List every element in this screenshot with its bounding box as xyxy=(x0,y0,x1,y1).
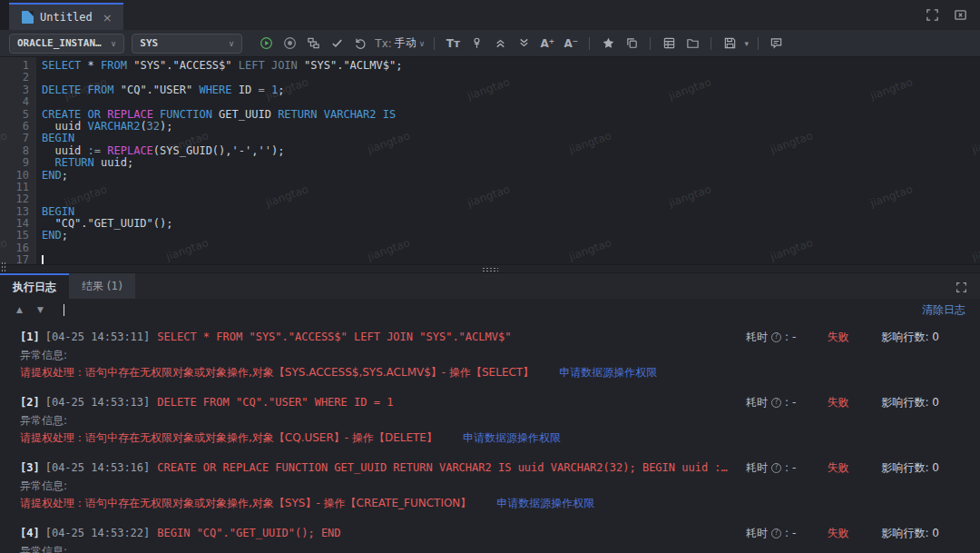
status-failed: 失败 xyxy=(827,395,848,410)
close-window-icon[interactable] xyxy=(954,8,967,25)
save-dropdown-caret[interactable]: ▾ xyxy=(744,39,749,48)
log-stats: 耗时 ? : -失败影响行数: 0 xyxy=(746,330,962,344)
apply-permission-link[interactable]: 申请数据源操作权限 xyxy=(559,366,657,379)
export-result-icon[interactable] xyxy=(660,35,678,53)
code-line[interactable]: RETURN uuid; xyxy=(42,157,980,169)
text-cursor xyxy=(64,304,64,316)
code-line[interactable]: BEGIN xyxy=(42,206,980,218)
panel-splitter[interactable] xyxy=(0,264,980,273)
schema-select[interactable]: SYS ∨ xyxy=(132,34,242,54)
line-number: 5 xyxy=(0,109,29,121)
code-line[interactable] xyxy=(42,254,980,264)
document-icon xyxy=(22,11,34,24)
stop-icon[interactable] xyxy=(280,35,299,53)
undo-icon[interactable] xyxy=(351,35,369,53)
expand-all-icon[interactable] xyxy=(514,35,533,53)
code-line[interactable]: BEGIN xyxy=(42,133,980,144)
log-index: [3] xyxy=(20,460,40,475)
tab-title: Untitled xyxy=(40,11,93,24)
duration-help-icon[interactable]: ? xyxy=(771,463,781,473)
code-line[interactable] xyxy=(42,72,980,84)
code-line[interactable]: END; xyxy=(42,170,980,182)
line-number: 16 xyxy=(0,242,29,254)
code-line[interactable] xyxy=(42,242,980,254)
code-line[interactable]: CREATE OR REPLACE FUNCTION GET_UUID RETU… xyxy=(42,109,980,121)
duration-label: 耗时 ? : - xyxy=(746,526,796,540)
font-increase-icon[interactable]: A⁺ xyxy=(538,35,556,53)
collapse-all-icon[interactable] xyxy=(491,35,509,53)
code-line[interactable]: uuid := REPLACE(SYS_GUID(),'-',''); xyxy=(42,145,980,157)
copy-icon[interactable] xyxy=(622,35,641,53)
exception-label: 异常信息: xyxy=(20,545,962,553)
line-number: 13 xyxy=(0,206,29,218)
clear-log-link[interactable]: 清除日志 xyxy=(922,302,965,318)
feedback-icon[interactable] xyxy=(768,35,786,53)
log-sql-text: DELETE FROM "CQ"."USER" WHERE ID = 1 xyxy=(157,395,733,410)
code-line[interactable] xyxy=(42,182,980,193)
log-entry: [3][04-25 14:53:16]CREATE OR REPLACE FUN… xyxy=(20,460,962,510)
line-number: 7 xyxy=(0,133,29,144)
line-number: 10 xyxy=(0,170,29,182)
folder-icon[interactable] xyxy=(683,35,701,53)
log-stats: 耗时 ? : -失败影响行数: 0 xyxy=(746,395,962,410)
sql-editor[interactable]: 1234567891011121314151617 SELECT * FROM … xyxy=(0,57,980,264)
code-line[interactable]: uuid VARCHAR2(32); xyxy=(42,121,980,133)
tab-untitled[interactable]: Untitled × xyxy=(9,3,123,30)
syntax-check-icon[interactable] xyxy=(328,35,346,53)
code-line[interactable]: END; xyxy=(42,230,980,242)
prev-log-icon[interactable]: ▲ xyxy=(16,305,23,314)
tab-result[interactable]: 结果 (1) xyxy=(69,273,135,299)
datasource-value: ORACLE_INSTAN… xyxy=(17,37,102,49)
line-number: 1 xyxy=(0,60,29,72)
editor-caret xyxy=(42,255,44,264)
toolbar-separator xyxy=(650,37,651,50)
exception-label: 异常信息: xyxy=(20,414,962,428)
code-line[interactable]: "CQ"."GET_UUID"(); xyxy=(42,218,980,230)
duration-label: 耗时 ? : - xyxy=(746,395,796,410)
log-list: [1][04-25 14:53:11]SELECT * FROM "SYS"."… xyxy=(0,321,980,553)
tab-execution-log[interactable]: 执行日志 xyxy=(0,273,69,299)
run-icon[interactable] xyxy=(257,35,275,53)
favorite-icon[interactable] xyxy=(599,35,617,53)
status-failed: 失败 xyxy=(827,330,848,344)
log-stats: 耗时 ? : -失败影响行数: 0 xyxy=(746,526,962,540)
save-icon[interactable] xyxy=(720,35,739,53)
close-tab-icon[interactable]: × xyxy=(103,11,113,25)
affected-rows: 影响行数: 0 xyxy=(881,460,939,475)
status-failed: 失败 xyxy=(827,526,848,540)
log-entry-header: [3][04-25 14:53:16]CREATE OR REPLACE FUN… xyxy=(20,460,962,475)
chevron-down-icon: ∨ xyxy=(111,39,117,48)
tx-mode-dropdown[interactable]: Tx: 手动 ∨ xyxy=(375,35,425,51)
duration-help-icon[interactable]: ? xyxy=(771,398,781,408)
code-line[interactable]: SELECT * FROM "SYS"."ACCESS$" LEFT JOIN … xyxy=(42,60,980,72)
font-decrease-icon[interactable]: A⁻ xyxy=(562,35,580,53)
code-line[interactable] xyxy=(42,193,980,205)
log-sql-text: CREATE OR REPLACE FUNCTION GET_UUID RETU… xyxy=(157,460,733,475)
panel-fullscreen-icon[interactable] xyxy=(956,280,967,297)
splitter-grip-icon[interactable] xyxy=(482,267,498,272)
line-number: 14 xyxy=(0,218,29,230)
code-lines[interactable]: SELECT * FROM "SYS"."ACCESS$" LEFT JOIN … xyxy=(36,57,980,264)
next-log-icon[interactable]: ▼ xyxy=(37,305,44,314)
tx-value: 手动 xyxy=(395,35,416,51)
format-sql-icon[interactable]: Tт xyxy=(444,35,462,53)
duration-help-icon[interactable]: ? xyxy=(771,528,781,538)
pin-icon[interactable] xyxy=(467,35,485,53)
sql-toolbar: ORACLE_INSTAN… ∨ SYS ∨ Tx: 手动 ∨ xyxy=(0,30,980,57)
explain-plan-icon[interactable] xyxy=(304,35,322,53)
code-line[interactable] xyxy=(42,96,980,108)
code-line[interactable]: DELETE FROM "CQ"."USER" WHERE ID = 1; xyxy=(42,84,980,96)
datasource-select[interactable]: ORACLE_INSTAN… ∨ xyxy=(9,34,124,54)
line-number: 4 xyxy=(0,96,29,108)
apply-permission-link[interactable]: 申请数据源操作权限 xyxy=(463,431,561,444)
log-timestamp: [04-25 14:53:13] xyxy=(45,395,151,410)
duration-help-icon[interactable]: ? xyxy=(771,332,781,342)
fullscreen-icon[interactable] xyxy=(926,8,939,25)
exception-label: 异常信息: xyxy=(20,479,962,493)
line-number: 12 xyxy=(0,193,29,205)
log-entry-header: [4][04-25 14:53:22]BEGIN "CQ"."GET_UUID"… xyxy=(20,526,962,540)
line-number: 11 xyxy=(0,182,29,193)
apply-permission-link[interactable]: 申请数据源操作权限 xyxy=(496,497,594,509)
duration-label: 耗时 ? : - xyxy=(746,330,796,344)
app-window: Untitled × ORACLE_INSTAN… ∨ SYS ∨ xyxy=(0,0,980,553)
